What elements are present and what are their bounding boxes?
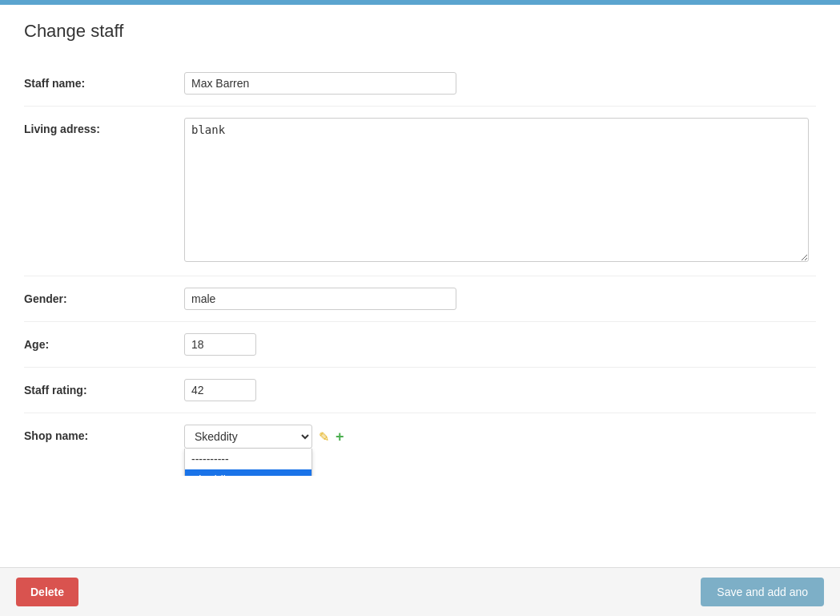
shop-dropdown-list: ---------- Skeddity Zack Rider Shop [184, 449, 312, 476]
age-label: Age: [24, 333, 184, 351]
staff-name-field [184, 72, 816, 95]
dropdown-item-separator[interactable]: ---------- [185, 449, 311, 469]
age-row: Age: [24, 321, 816, 367]
living-address-row: Living adress: blank [24, 106, 816, 276]
staff-rating-field [184, 379, 816, 401]
edit-shop-icon[interactable]: ✎ [319, 429, 329, 445]
dropdown-item-skeddity[interactable]: Skeddity [185, 469, 311, 476]
shop-name-row: Shop name: ---------- Skeddity Zack Ride… [24, 413, 816, 460]
staff-name-input[interactable] [184, 72, 456, 95]
gender-input[interactable] [184, 288, 456, 310]
living-address-field: blank [184, 118, 816, 264]
living-address-label: Living adress: [24, 118, 184, 135]
change-staff-form: Staff name: Living adress: blank Gender:… [24, 61, 816, 460]
staff-name-row: Staff name: [24, 61, 816, 106]
gender-label: Gender: [24, 288, 184, 305]
shop-name-label: Shop name: [24, 425, 184, 442]
age-field [184, 333, 816, 356]
shop-name-select[interactable]: ---------- Skeddity Zack Rider Shop [184, 425, 312, 449]
staff-rating-row: Staff rating: [24, 367, 816, 413]
page-title: Change staff [24, 21, 816, 42]
add-shop-icon[interactable]: + [336, 429, 344, 445]
staff-rating-label: Staff rating: [24, 379, 184, 397]
staff-name-label: Staff name: [24, 72, 184, 90]
staff-rating-input[interactable] [184, 379, 256, 401]
shop-name-field: ---------- Skeddity Zack Rider Shop ----… [184, 425, 816, 449]
age-input[interactable] [184, 333, 256, 356]
gender-row: Gender: [24, 276, 816, 321]
shop-select-wrapper: ---------- Skeddity Zack Rider Shop ----… [184, 425, 816, 449]
shop-dropdown-container: ---------- Skeddity Zack Rider Shop ----… [184, 425, 312, 449]
living-address-input[interactable]: blank [184, 118, 809, 262]
gender-field [184, 288, 816, 310]
